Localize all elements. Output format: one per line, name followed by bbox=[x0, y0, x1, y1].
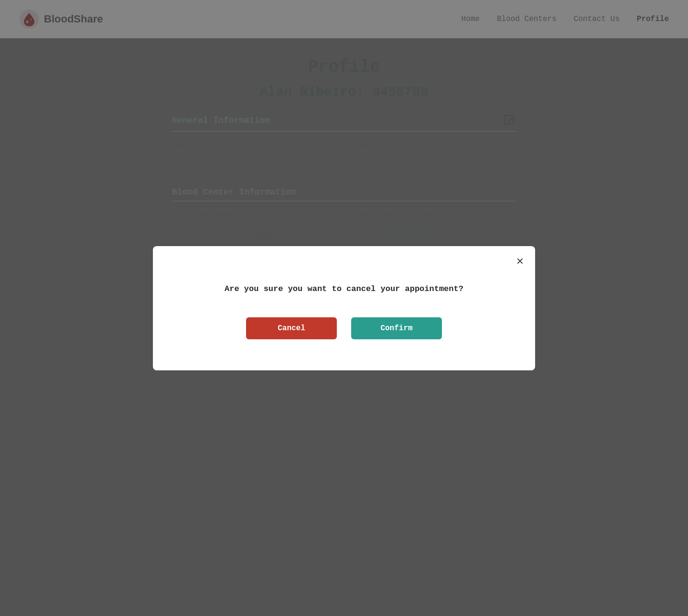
modal-close-button[interactable]: × bbox=[516, 255, 524, 267]
modal-overlay[interactable]: × Are you sure you want to cancel your a… bbox=[0, 0, 688, 616]
cancel-button[interactable]: Cancel bbox=[246, 317, 337, 339]
modal-question: Are you sure you want to cancel your app… bbox=[182, 284, 506, 293]
cancel-confirmation-modal: × Are you sure you want to cancel your a… bbox=[153, 246, 535, 370]
modal-buttons: Cancel Confirm bbox=[182, 317, 506, 339]
confirm-button[interactable]: Confirm bbox=[351, 317, 442, 339]
